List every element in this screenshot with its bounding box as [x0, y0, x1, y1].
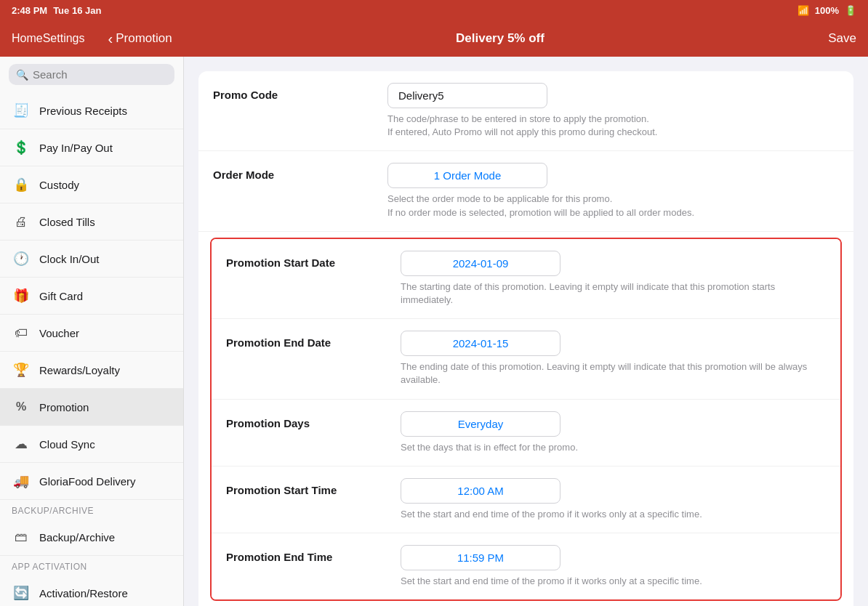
promotion-days-row: Promotion Days Everyday Set the days tha…: [212, 400, 840, 466]
sidebar-item-label: Backup/Archive: [39, 531, 115, 544]
rewards-loyalty-icon: 🏆: [12, 360, 31, 379]
gloria-food-delivery-icon: 🚚: [12, 472, 31, 490]
sidebar-item-gloria-food-delivery[interactable]: 🚚 GloriaFood Delivery: [0, 463, 183, 500]
promotion-end-time-control: 11:59 PM Set the start and end time of t…: [401, 545, 826, 588]
sidebar-item-previous-receipts[interactable]: 🧾 Previous Receipts: [0, 92, 183, 129]
save-button[interactable]: Save: [828, 31, 856, 46]
promo-code-row: Promo Code The code/phrase to be entered…: [198, 71, 853, 151]
nav-back-label: Promotion: [116, 31, 172, 46]
nav-home[interactable]: Home: [12, 32, 43, 45]
sidebar-item-label: Previous Receipts: [39, 105, 127, 117]
sidebar-item-label: Rewards/Loyalty: [39, 364, 120, 376]
wifi-icon: 📶: [797, 5, 809, 16]
status-time: 2:48 PM: [12, 5, 47, 16]
order-mode-control: 1 Order Mode Select the order mode to be…: [387, 163, 839, 219]
promotion-start-date-label: Promotion Start Date: [226, 251, 386, 269]
backup-archive-icon: 🗃: [12, 528, 31, 546]
nav-bar: Home Settings ‹ Promotion Delivery 5% of…: [0, 20, 868, 57]
promotion-end-time-row: Promotion End Time 11:59 PM Set the star…: [212, 533, 840, 599]
sidebar-item-label: Clock In/Out: [39, 253, 100, 265]
backup-archive-section-label: BACKUP/ARCHIVE: [0, 500, 183, 519]
promotion-start-time-label: Promotion Start Time: [226, 478, 386, 496]
sidebar-item-label: Activation/Restore: [39, 587, 128, 599]
content-area: Promo Code The code/phrase to be entered…: [184, 57, 868, 606]
promotion-start-date-control: 2024-01-09 The starting date of this pro…: [401, 251, 826, 307]
promotion-start-time-hint: Set the start and end time of the promo …: [401, 508, 826, 521]
sidebar-item-rewards-loyalty[interactable]: 🏆 Rewards/Loyalty: [0, 352, 183, 389]
form-card: Promo Code The code/phrase to be entered…: [198, 71, 853, 606]
promo-code-control: The code/phrase to be entered in store t…: [387, 83, 839, 139]
search-icon: 🔍: [16, 69, 28, 81]
promotion-end-time-label: Promotion End Time: [226, 545, 386, 563]
previous-receipts-icon: 🧾: [12, 101, 31, 120]
promotion-end-time-button[interactable]: 11:59 PM: [401, 545, 560, 570]
sidebar-item-label: Voucher: [39, 327, 79, 339]
sidebar-item-label: Custody: [39, 179, 79, 191]
promotion-end-date-button[interactable]: 2024-01-15: [401, 331, 560, 356]
sidebar-item-promotion[interactable]: % Promotion: [0, 389, 183, 426]
promotion-days-button[interactable]: Everyday: [401, 411, 560, 437]
promotion-days-control: Everyday Set the days that is in effect …: [401, 411, 826, 454]
activation-restore-icon: 🔄: [12, 583, 31, 602]
nav-settings[interactable]: Settings: [43, 32, 85, 45]
promotion-end-time-hint: Set the start and end time of the promo …: [401, 575, 826, 588]
cloud-sync-icon: ☁: [12, 435, 31, 453]
sidebar-item-voucher[interactable]: 🏷 Voucher: [0, 315, 183, 352]
nav-back-button[interactable]: ‹ Promotion: [108, 31, 172, 47]
sidebar-item-gift-card[interactable]: 🎁 Gift Card: [0, 278, 183, 315]
sidebar-item-label: Closed Tills: [39, 216, 95, 228]
nav-title: Delivery 5% off: [172, 31, 829, 46]
highlighted-section: Promotion Start Date 2024-01-09 The star…: [210, 238, 842, 601]
promotion-days-hint: Set the days that is in effect for the p…: [401, 441, 826, 454]
promotion-end-date-label: Promotion End Date: [226, 331, 386, 349]
main-layout: 🔍 🧾 Previous Receipts 💲 Pay In/Pay Out 🔒…: [0, 57, 868, 606]
sidebar-item-backup-archive[interactable]: 🗃 Backup/Archive: [0, 519, 183, 556]
promotion-start-time-row: Promotion Start Time 12:00 AM Set the st…: [212, 466, 840, 533]
promotion-start-date-row: Promotion Start Date 2024-01-09 The star…: [212, 239, 840, 319]
promotion-icon: %: [12, 397, 31, 416]
status-bar: 2:48 PM Tue 16 Jan 📶 100% 🔋: [0, 0, 868, 20]
gift-card-icon: 🎁: [12, 286, 31, 305]
sidebar-item-activation-restore[interactable]: 🔄 Activation/Restore: [0, 575, 183, 606]
sidebar: 🔍 🧾 Previous Receipts 💲 Pay In/Pay Out 🔒…: [0, 57, 184, 606]
promotion-days-label: Promotion Days: [226, 411, 386, 429]
promotion-end-date-control: 2024-01-15 The ending date of this promo…: [401, 331, 826, 387]
battery-label: 100%: [815, 5, 839, 16]
promotion-end-date-hint: The ending date of this promotion. Leavi…: [401, 360, 826, 387]
voucher-icon: 🏷: [12, 323, 31, 342]
order-mode-hint: Select the order mode to be applicable f…: [387, 193, 839, 219]
sidebar-item-cloud-sync[interactable]: ☁ Cloud Sync: [0, 426, 183, 463]
search-input[interactable]: [33, 68, 167, 81]
sidebar-item-label: GloriaFood Delivery: [39, 475, 136, 488]
sidebar-item-pay-in-pay-out[interactable]: 💲 Pay In/Pay Out: [0, 129, 183, 166]
custody-icon: 🔒: [12, 175, 31, 194]
promo-code-label: Promo Code: [213, 83, 373, 101]
battery-icon: 🔋: [845, 5, 856, 16]
sidebar-item-label: Pay In/Pay Out: [39, 142, 113, 154]
sidebar-item-label: Cloud Sync: [39, 438, 95, 451]
order-mode-label: Order Mode: [213, 163, 373, 181]
closed-tills-icon: 🖨: [12, 212, 31, 231]
sidebar-item-clock-in-out[interactable]: 🕐 Clock In/Out: [0, 241, 183, 278]
sidebar-item-custody[interactable]: 🔒 Custody: [0, 166, 183, 203]
promotion-start-date-hint: The starting date of this promotion. Lea…: [401, 280, 826, 307]
app-activation-section-label: APP ACTIVATION: [0, 556, 183, 575]
highlighted-section-wrapper: Promotion Start Date 2024-01-09 The star…: [198, 232, 853, 606]
order-mode-row: Order Mode 1 Order Mode Select the order…: [198, 151, 853, 231]
sidebar-item-label: Promotion: [39, 401, 89, 413]
sidebar-item-closed-tills[interactable]: 🖨 Closed Tills: [0, 203, 183, 241]
promo-code-hint: The code/phrase to be entered in store t…: [387, 113, 839, 139]
promotion-end-date-row: Promotion End Date 2024-01-15 The ending…: [212, 319, 840, 399]
promotion-start-time-control: 12:00 AM Set the start and end time of t…: [401, 478, 826, 521]
order-mode-button[interactable]: 1 Order Mode: [387, 163, 547, 188]
sidebar-item-label: Gift Card: [39, 290, 83, 302]
promotion-start-date-button[interactable]: 2024-01-09: [401, 251, 560, 276]
pay-in-pay-out-icon: 💲: [12, 138, 31, 157]
search-bar[interactable]: 🔍: [9, 64, 174, 85]
promotion-start-time-button[interactable]: 12:00 AM: [401, 478, 560, 504]
status-date: Tue 16 Jan: [53, 5, 101, 16]
clock-in-out-icon: 🕐: [12, 249, 31, 268]
promo-code-input[interactable]: [387, 83, 547, 108]
chevron-left-icon: ‹: [108, 31, 113, 47]
